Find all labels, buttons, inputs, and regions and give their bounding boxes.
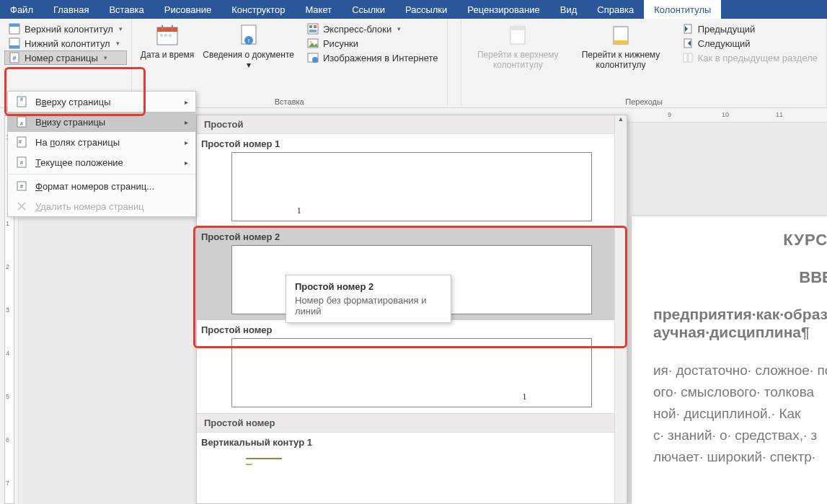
- doc-text: аучная·дисциплина: [653, 324, 801, 340]
- goto-footer-label: Перейти к нижнему колонтитулу: [574, 50, 667, 70]
- menu-bottom-of-page[interactable]: # Внизу страницы ▸: [8, 112, 195, 132]
- menu-label: На полях страницы: [35, 137, 120, 148]
- online-pictures-button[interactable]: Изображения в Интернете: [303, 50, 443, 65]
- globe-picture-icon: [307, 52, 319, 63]
- doc-text: лючает· широкий· спектр·: [653, 446, 827, 468]
- pagenum-current-icon: #: [15, 156, 28, 168]
- gallery-item-label: Простой номер 2: [197, 227, 627, 245]
- chevron-down-icon: ▾: [104, 54, 107, 61]
- chevron-right-icon: ▸: [185, 159, 188, 167]
- next-button[interactable]: Следующий: [678, 36, 822, 50]
- tab-file[interactable]: Файл: [0, 0, 43, 19]
- ruler-tick: 4: [6, 350, 9, 357]
- gallery-item-vertical-contour-1[interactable]: ⎯: [197, 451, 627, 485]
- page-number-icon: #: [9, 52, 20, 63]
- docinfo-button[interactable]: i Сведения о документе▾: [198, 22, 298, 71]
- svg-rect-19: [309, 30, 317, 32]
- svg-rect-3: [9, 45, 19, 48]
- menu-format-numbers[interactable]: # Формат номеров страниц...: [8, 176, 195, 196]
- tab-view[interactable]: Вид: [550, 0, 588, 19]
- tab-review[interactable]: Рецензирование: [457, 0, 549, 19]
- page-number-button[interactable]: # Номер страницы ▾: [4, 50, 127, 65]
- doc-text: с· знаний· о· средствах,· з: [653, 425, 827, 446]
- menu-remove-numbers: Удалить номера страниц: [8, 196, 195, 216]
- menu-page-margins[interactable]: # На полях страницы ▸: [8, 132, 195, 152]
- doc-text: ия· достаточно· сложное· по: [653, 360, 827, 381]
- previous-icon: [682, 23, 694, 35]
- quickparts-label: Экспресс-блоки: [323, 24, 392, 35]
- datetime-label: Дата и время: [141, 50, 194, 60]
- tab-draw[interactable]: Рисование: [154, 0, 221, 19]
- gallery-item-label: Вертикальный контур 1: [197, 433, 627, 451]
- page-number-sample: 1: [522, 392, 526, 402]
- page-preview: 1: [231, 152, 592, 221]
- ruler-tick: 7: [6, 479, 9, 487]
- tab-help[interactable]: Справка: [587, 0, 644, 19]
- gallery-item-plain-1[interactable]: 1: [197, 152, 627, 227]
- pictures-label: Рисунки: [323, 38, 358, 49]
- menu-label: Удалить номера страниц: [35, 201, 144, 212]
- gallery-category: Простой: [197, 115, 627, 134]
- menu-label: Текущее положение: [35, 157, 123, 168]
- menu-current-position[interactable]: # Текущее положение ▸: [8, 152, 195, 172]
- doc-heading: КУРС·ЛЕКЦИЙ: [783, 231, 827, 249]
- next-icon: [682, 37, 694, 49]
- ruler-tick: 1: [6, 220, 9, 227]
- svg-rect-18: [314, 25, 317, 28]
- menu-label: Вверху страницы: [35, 97, 111, 107]
- svg-text:#: #: [20, 121, 23, 126]
- pagenum-bottom-icon: #: [15, 116, 28, 128]
- tab-layout[interactable]: Макет: [295, 0, 342, 19]
- scrollbar[interactable]: ▲: [614, 115, 627, 503]
- goto-footer-button[interactable]: Перейти к нижнему колонтитулу: [570, 22, 671, 71]
- main-menubar: Файл Главная Вставка Рисование Конструкт…: [0, 0, 827, 19]
- footer-button[interactable]: Нижний колонтитул ▾: [4, 36, 127, 50]
- ruler-tick: 3: [6, 306, 9, 314]
- tab-design[interactable]: Конструктор: [221, 0, 295, 19]
- ruler-tick: 6: [6, 436, 9, 443]
- svg-text:#: #: [12, 55, 16, 62]
- goto-footer-icon: [609, 23, 633, 48]
- page-number-sample: 1: [297, 205, 301, 216]
- pictures-button[interactable]: Рисунки: [303, 36, 443, 50]
- tab-home[interactable]: Главная: [43, 0, 99, 19]
- tab-header-footer[interactable]: Колонтитулы: [644, 0, 721, 19]
- previous-button[interactable]: Предыдущий: [678, 22, 822, 36]
- chevron-down-icon: ▾: [116, 40, 120, 47]
- menu-top-of-page[interactable]: # Вверху страницы ▸: [8, 92, 195, 112]
- page-preview: ⎯: [231, 451, 592, 479]
- tab-mailings[interactable]: Рассылки: [395, 0, 457, 19]
- pagenum-margin-icon: #: [15, 136, 28, 148]
- calendar-icon: [155, 23, 180, 48]
- scroll-up-icon[interactable]: ▲: [615, 115, 627, 128]
- gallery-item-plain-3[interactable]: 1: [197, 338, 627, 413]
- chevron-right-icon: ▸: [185, 118, 188, 126]
- pagenum-top-icon: #: [15, 96, 28, 107]
- svg-text:#: #: [20, 183, 24, 190]
- chevron-down-icon: ▾: [247, 60, 251, 70]
- svg-point-21: [309, 41, 311, 43]
- remove-icon: [15, 200, 28, 212]
- quickparts-button[interactable]: Экспресс-блоки ▾: [303, 22, 443, 36]
- link-previous-label: Как в предыдущем разделе: [698, 53, 818, 63]
- menu-label: Внизу страницы: [35, 117, 105, 128]
- datetime-button[interactable]: Дата и время: [136, 22, 198, 61]
- tab-references[interactable]: Ссылки: [342, 0, 395, 19]
- goto-header-label: Перейти к верхнему колонтитулу: [470, 50, 565, 70]
- ruler-tick: 5: [6, 393, 9, 400]
- doc-info-icon: i: [236, 23, 261, 48]
- header-button[interactable]: Верхний колонтитул ▾: [4, 22, 127, 36]
- doc-text: ого· смыслового· толкова: [653, 381, 827, 403]
- svg-point-23: [312, 57, 318, 63]
- tab-insert[interactable]: Вставка: [99, 0, 154, 19]
- svg-rect-12: [169, 34, 172, 37]
- doc-heading: ВВЕДЕНИЕ: [799, 268, 827, 286]
- page-preview: 1: [231, 338, 592, 407]
- footer-label: Нижний колонтитул: [25, 38, 110, 49]
- svg-rect-11: [164, 34, 167, 37]
- svg-text:#: #: [20, 97, 23, 102]
- svg-rect-27: [614, 40, 628, 44]
- page-number-label: Номер страницы: [25, 53, 98, 63]
- svg-rect-10: [160, 34, 163, 37]
- picture-icon: [307, 37, 319, 49]
